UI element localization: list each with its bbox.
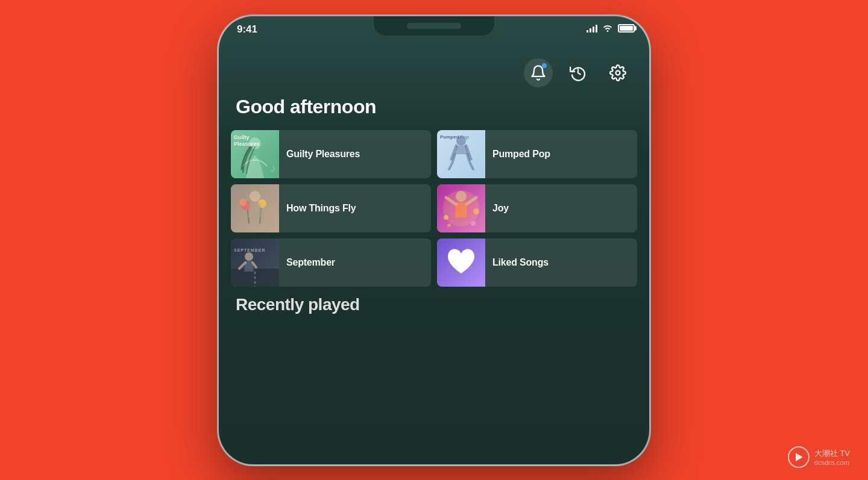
battery-fill bbox=[620, 26, 633, 31]
playlist-card-pumped-pop[interactable]: Pumped Pop Pumped Pop bbox=[437, 130, 637, 178]
watermark-circle bbox=[788, 446, 810, 468]
history-button[interactable] bbox=[564, 58, 593, 87]
playlist-card-how-things-fly[interactable]: How Things Fly bbox=[231, 184, 431, 232]
playlist-art-september: SEPTEMBER bbox=[231, 238, 279, 287]
svg-text:Pumped: Pumped bbox=[440, 134, 459, 140]
status-icons bbox=[587, 23, 635, 34]
history-icon bbox=[570, 64, 587, 81]
svg-point-24 bbox=[447, 223, 451, 227]
svg-text:Pop: Pop bbox=[460, 134, 469, 140]
playlist-art-liked-songs bbox=[437, 238, 485, 287]
playlist-name-pumped-pop: Pumped Pop bbox=[485, 149, 558, 160]
signal-icon bbox=[587, 24, 597, 33]
greeting-section: Good afternoon bbox=[219, 93, 649, 130]
svg-point-12 bbox=[239, 199, 247, 206]
phone-frame: 9:41 bbox=[217, 14, 651, 466]
playlist-grid: Guilty Pleasures Guilty Pleasures bbox=[219, 130, 649, 287]
notification-dot bbox=[542, 63, 547, 68]
playlist-name-guilty-pleasures: Guilty Pleasures bbox=[279, 149, 367, 160]
svg-point-22 bbox=[444, 215, 448, 220]
playlist-art-how-things-fly bbox=[231, 184, 279, 232]
watermark: 大潮社 TV dcsdcs.com bbox=[788, 446, 850, 468]
bell-button[interactable] bbox=[524, 58, 553, 87]
svg-point-23 bbox=[473, 208, 479, 214]
svg-point-10 bbox=[250, 191, 260, 202]
play-icon bbox=[796, 453, 803, 461]
playlist-card-liked-songs[interactable]: Liked Songs bbox=[437, 238, 637, 287]
playlist-name-liked-songs: Liked Songs bbox=[485, 257, 556, 268]
svg-point-29 bbox=[245, 252, 253, 261]
playlist-card-september[interactable]: SEPTEMBER September bbox=[231, 238, 431, 287]
playlist-art-joy bbox=[437, 184, 485, 232]
playlist-art-guilty-pleasures: Guilty Pleasures bbox=[231, 130, 279, 178]
header-icons-row bbox=[219, 52, 649, 93]
svg-text:SEPTEMBER: SEPTEMBER bbox=[234, 248, 266, 252]
watermark-site: 大潮社 TV bbox=[814, 448, 850, 459]
notch-pill bbox=[407, 23, 461, 29]
gear-icon bbox=[609, 64, 626, 81]
greeting-text: Good afternoon bbox=[236, 96, 632, 118]
playlist-art-pumped-pop: Pumped Pop bbox=[437, 130, 485, 178]
playlist-name-september: September bbox=[279, 257, 342, 268]
page-background: 9:41 bbox=[0, 0, 868, 480]
wifi-icon bbox=[602, 23, 613, 34]
bottom-peek: Recently played bbox=[219, 287, 649, 314]
bottom-peek-text: Recently played bbox=[236, 295, 632, 314]
app-content: Good afternoon bbox=[219, 46, 649, 464]
battery-icon bbox=[618, 24, 635, 33]
phone-wrapper: 9:41 bbox=[217, 14, 651, 466]
playlist-name-joy: Joy bbox=[485, 203, 516, 214]
playlist-name-how-things-fly: How Things Fly bbox=[279, 203, 363, 214]
watermark-url: dcsdcs.com bbox=[814, 459, 850, 466]
svg-text:Pleasures: Pleasures bbox=[234, 141, 260, 147]
playlist-card-guilty-pleasures[interactable]: Guilty Pleasures Guilty Pleasures bbox=[231, 130, 431, 178]
svg-text:Guilty: Guilty bbox=[234, 134, 250, 140]
phone-notch bbox=[374, 16, 494, 36]
svg-point-25 bbox=[471, 221, 476, 226]
watermark-text-group: 大潮社 TV dcsdcs.com bbox=[814, 448, 850, 466]
svg-point-19 bbox=[456, 191, 467, 202]
svg-point-0 bbox=[616, 70, 620, 75]
settings-button[interactable] bbox=[603, 58, 632, 87]
playlist-card-joy[interactable]: Joy bbox=[437, 184, 637, 232]
